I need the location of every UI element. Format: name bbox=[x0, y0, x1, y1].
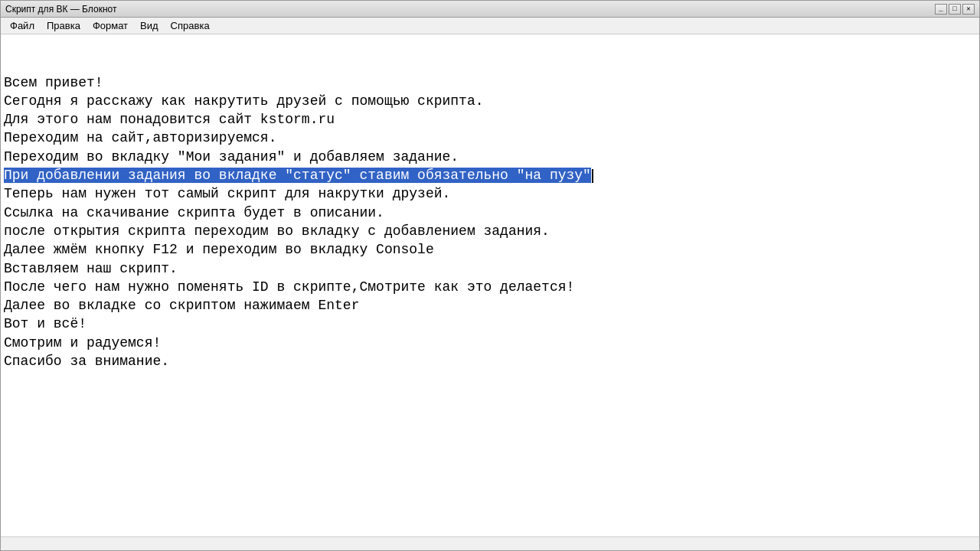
status-bar bbox=[1, 536, 979, 550]
maximize-button[interactable]: □ bbox=[949, 4, 961, 15]
text-line: Сегодня я расскажу как накрутить друзей … bbox=[4, 92, 976, 110]
menu-view[interactable]: Вид bbox=[134, 18, 165, 33]
menu-format[interactable]: Формат bbox=[87, 18, 134, 33]
menu-bar: Файл Правка Формат Вид Справка bbox=[1, 18, 979, 34]
text-line: Переходим на сайт,авторизируемся. bbox=[4, 129, 976, 147]
text-line: Вставляем наш скрипт. bbox=[4, 259, 976, 278]
menu-file[interactable]: Файл bbox=[4, 18, 41, 33]
minimize-button[interactable]: _ bbox=[935, 4, 947, 15]
text-line: Переходим во вкладку "Мои задания" и доб… bbox=[4, 148, 976, 166]
close-button[interactable]: ✕ bbox=[962, 4, 975, 15]
text-line: Далее во вкладке со скриптом нажимаем En… bbox=[4, 296, 976, 315]
window-title: Скрипт для ВК — Блокнот bbox=[5, 4, 116, 15]
window-controls: _ □ ✕ bbox=[935, 4, 975, 15]
text-line: Ссылка на скачивание скрипта будет в опи… bbox=[4, 204, 976, 222]
text-line: После чего нам нужно поменять ID в скрип… bbox=[4, 278, 976, 296]
menu-help[interactable]: Справка bbox=[165, 18, 216, 33]
text-editor-area[interactable]: Всем привет!Сегодня я расскажу как накру… bbox=[1, 34, 979, 536]
title-bar: Скрипт для ВК — Блокнот _ □ ✕ bbox=[1, 1, 979, 18]
text-content: Всем привет!Сегодня я расскажу как накру… bbox=[4, 36, 976, 370]
menu-edit[interactable]: Правка bbox=[41, 18, 87, 33]
text-line: Теперь нам нужен тот самый скрипт для на… bbox=[4, 184, 976, 203]
text-line: Всем привет! bbox=[4, 73, 976, 92]
text-line: Спасибо за внимание. bbox=[4, 352, 976, 370]
notepad-window: Скрипт для ВК — Блокнот _ □ ✕ Файл Правк… bbox=[0, 0, 980, 551]
text-line: Для этого нам понадовится сайт kstorm.ru bbox=[4, 110, 976, 129]
text-line: Далее жмём кнопку F12 и переходим во вкл… bbox=[4, 240, 976, 259]
text-line: При добавлении задания во вкладке "стату… bbox=[4, 166, 976, 184]
text-line: Смотрим и радуемся! bbox=[4, 334, 976, 352]
text-line: после открытия скрипта переходим во вкла… bbox=[4, 222, 976, 240]
text-line: Вот и всё! bbox=[4, 315, 976, 333]
